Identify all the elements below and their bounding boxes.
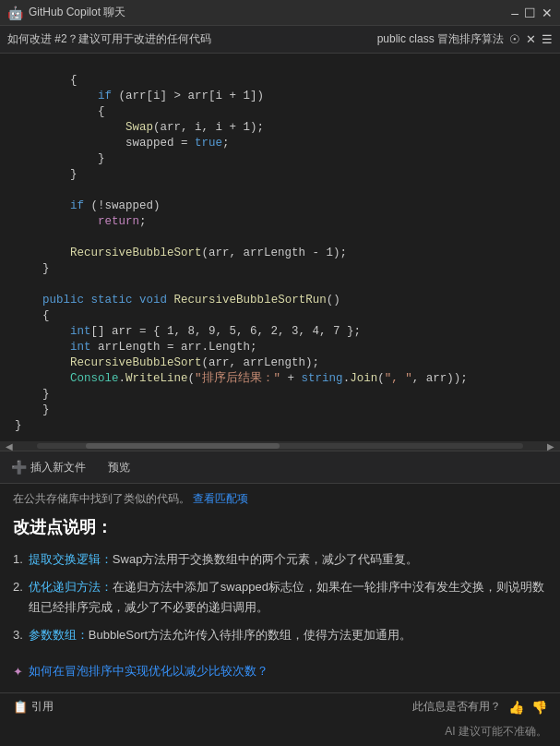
insert-new-file-label: 插入新文件 xyxy=(30,460,86,475)
scroll-track xyxy=(37,443,523,449)
file-name-label: public class 冒泡排序算法 xyxy=(377,31,504,47)
item-1-highlight: 提取交换逻辑： xyxy=(29,552,113,566)
tab-label: 如何改进 #2？建议可用于改进的任何代码 xyxy=(7,31,211,47)
similar-code-link[interactable]: 查看匹配项 xyxy=(193,492,248,505)
code-scrollbar[interactable]: ◀ ▶ xyxy=(0,441,560,451)
ai-notice: AI 建议可能不准确。 xyxy=(0,720,560,746)
title-bar-right: – ☐ ✕ xyxy=(511,6,553,20)
item-3-text: BubbleSort方法允许传入待排序的数组，使得方法更加通用。 xyxy=(89,628,411,642)
similar-code-notice: 在公共存储库中找到了类似的代码。 查看匹配项 xyxy=(13,491,547,507)
split-icon[interactable]: ☉ xyxy=(509,32,520,46)
feedback-question: 此信息是否有用？ xyxy=(412,699,501,715)
followup-link[interactable]: ✦ 如何在冒泡排序中实现优化以减少比较次数？ xyxy=(13,664,547,680)
title-bar-title: GitHub Copilot 聊天 xyxy=(29,5,125,20)
menu-icon[interactable]: ☰ xyxy=(542,32,553,46)
followup-section: ✦ 如何在冒泡排序中实现优化以减少比较次数？ xyxy=(13,658,547,685)
scroll-left-icon[interactable]: ◀ xyxy=(0,441,18,451)
scroll-right-icon[interactable]: ▶ xyxy=(542,441,560,451)
minimize-icon[interactable]: – xyxy=(511,6,518,20)
insert-new-file-button[interactable]: ➕ 插入新文件 xyxy=(11,460,86,475)
thumbs-up-icon[interactable]: 👍 xyxy=(508,700,524,715)
code-content: { if (arr[i] > arr[i + 1]) { Swap(arr, i… xyxy=(0,57,560,441)
preview-button[interactable]: 预览 xyxy=(108,460,130,475)
copilot-icon: 🤖 xyxy=(7,6,23,20)
title-bar: 🤖 GitHub Copilot 聊天 – ☐ ✕ xyxy=(0,0,560,26)
sparkle-icon: ✦ xyxy=(13,665,23,679)
item-2-content: 优化递归方法：在递归方法中添加了swapped标志位，如果在一轮排序中没有发生交… xyxy=(29,577,547,618)
insert-file-icon: ➕ xyxy=(11,460,27,475)
tab-bar: 如何改进 #2？建议可用于改进的任何代码 public class 冒泡排序算法… xyxy=(0,26,560,54)
cite-label: 引用 xyxy=(31,699,54,715)
item-3-highlight: 参数数组： xyxy=(29,628,89,642)
cite-icon: 📋 xyxy=(13,700,28,714)
improvement-item-3: 3. 参数数组：BubbleSort方法允许传入待排序的数组，使得方法更加通用。 xyxy=(13,625,547,645)
improvement-item-1: 1. 提取交换逻辑：Swap方法用于交换数组中的两个元素，减少了代码重复。 xyxy=(13,549,547,570)
cite-button[interactable]: 📋 引用 xyxy=(13,699,54,715)
improvement-item-2: 2. 优化递归方法：在递归方法中添加了swapped标志位，如果在一轮排序中没有… xyxy=(13,577,547,618)
item-3-content: 参数数组：BubbleSort方法允许传入待排序的数组，使得方法更加通用。 xyxy=(29,625,547,645)
item-1-text: Swap方法用于交换数组中的两个元素，减少了代码重复。 xyxy=(113,552,419,566)
item-1-number: 1. xyxy=(13,549,23,570)
tab-left: 如何改进 #2？建议可用于改进的任何代码 xyxy=(7,31,211,47)
title-bar-left: 🤖 GitHub Copilot 聊天 xyxy=(7,5,125,20)
tab-right: public class 冒泡排序算法 ☉ ✕ ☰ xyxy=(377,31,553,47)
item-2-number: 2. xyxy=(13,577,23,618)
bottom-bar: 📋 引用 此信息是否有用？ 👍 👎 xyxy=(0,692,560,720)
item-1-content: 提取交换逻辑：Swap方法用于交换数组中的两个元素，减少了代码重复。 xyxy=(29,549,547,570)
ai-notice-text: AI 建议可能不准确。 xyxy=(445,725,547,738)
followup-question-text: 如何在冒泡排序中实现优化以减少比较次数？ xyxy=(29,664,268,680)
action-bar: ➕ 插入新文件 预览 xyxy=(0,451,560,484)
code-area: { if (arr[i] > arr[i + 1]) { Swap(arr, i… xyxy=(0,54,560,441)
thumbs-down-icon[interactable]: 👎 xyxy=(531,700,547,715)
feedback-section: 此信息是否有用？ 👍 👎 xyxy=(412,699,547,715)
restore-icon[interactable]: ☐ xyxy=(524,6,536,20)
item-2-highlight: 优化递归方法： xyxy=(29,580,113,594)
section-title: 改进点说明： xyxy=(13,516,547,538)
preview-label: 预览 xyxy=(108,460,130,475)
improvement-list: 1. 提取交换逻辑：Swap方法用于交换数组中的两个元素，减少了代码重复。 2.… xyxy=(13,549,547,645)
tab-close-icon[interactable]: ✕ xyxy=(526,32,536,46)
chat-area: 在公共存储库中找到了类似的代码。 查看匹配项 改进点说明： 1. 提取交换逻辑：… xyxy=(0,484,560,692)
scroll-thumb[interactable] xyxy=(86,443,280,449)
close-icon[interactable]: ✕ xyxy=(542,6,553,20)
item-3-number: 3. xyxy=(13,625,23,645)
similar-code-text: 在公共存储库中找到了类似的代码。 xyxy=(13,492,190,505)
